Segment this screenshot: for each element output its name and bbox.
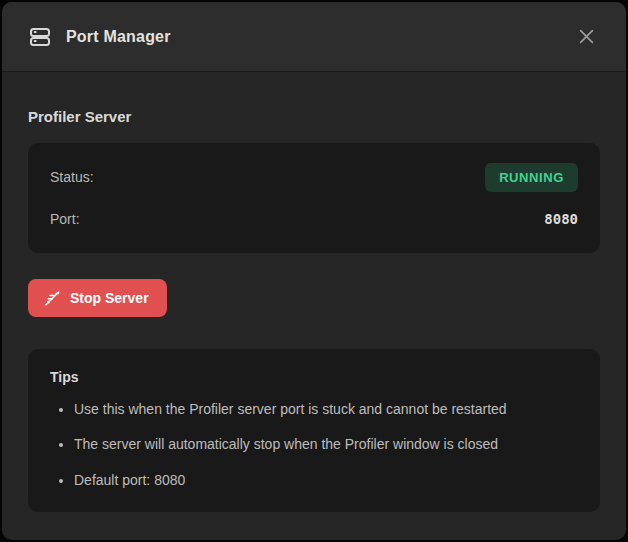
- server-off-icon: [43, 289, 61, 307]
- port-value: 8080: [544, 211, 578, 227]
- status-label: Status:: [50, 169, 94, 185]
- tips-title: Tips: [50, 369, 578, 385]
- stop-server-button[interactable]: Stop Server: [28, 279, 167, 317]
- section-heading: Profiler Server: [28, 108, 600, 125]
- status-badge: RUNNING: [485, 163, 578, 192]
- dialog-header: Port Manager: [2, 2, 626, 72]
- tip-item: Use this when the Profiler server port i…: [74, 399, 578, 419]
- tip-item: Default port: 8080: [74, 470, 578, 490]
- server-icon: [28, 25, 52, 49]
- port-label: Port:: [50, 211, 80, 227]
- stop-server-label: Stop Server: [70, 290, 149, 306]
- dialog-title: Port Manager: [66, 28, 171, 46]
- status-row: Status: RUNNING: [50, 161, 578, 193]
- tips-panel: Tips Use this when the Profiler server p…: [28, 349, 600, 512]
- close-button[interactable]: [572, 23, 600, 51]
- tip-item: The server will automatically stop when …: [74, 434, 578, 454]
- port-row: Port: 8080: [50, 203, 578, 235]
- port-manager-dialog: Port Manager Profiler Server Status: RUN…: [2, 2, 626, 540]
- close-icon: [578, 28, 595, 45]
- screen: Port Manager Profiler Server Status: RUN…: [0, 0, 628, 542]
- status-panel: Status: RUNNING Port: 8080: [28, 143, 600, 253]
- dialog-body: Profiler Server Status: RUNNING Port: 80…: [2, 72, 626, 540]
- tips-list: Use this when the Profiler server port i…: [50, 399, 578, 490]
